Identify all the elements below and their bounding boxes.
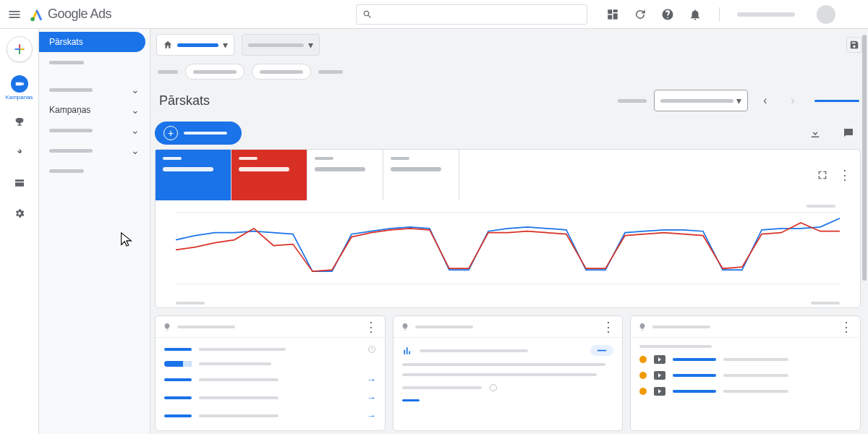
save-icon: [849, 40, 859, 50]
download-icon[interactable]: [809, 127, 822, 140]
metric-tab-1[interactable]: [156, 150, 231, 200]
megaphone-icon: [14, 79, 25, 89]
filter-row: ▾ ▾: [150, 29, 868, 61]
metric-tab-4[interactable]: [383, 150, 459, 200]
y-axis-label: [807, 205, 835, 208]
chevron-down-icon: ⌄: [131, 145, 140, 156]
compare-label: [618, 99, 647, 103]
notifications-icon[interactable]: [689, 8, 702, 21]
prev-period-button[interactable]: ‹: [755, 90, 775, 111]
top-bar: Google Ads: [0, 0, 868, 29]
top-icon-group: [606, 5, 838, 24]
card-icon: [14, 177, 25, 189]
help-icon[interactable]: ?: [367, 345, 376, 354]
assets-tile: ⋮: [630, 315, 861, 431]
gear-icon: [14, 208, 25, 219]
caret-down-icon: ▾: [223, 39, 228, 51]
scope-dropdown[interactable]: ▾: [242, 34, 320, 56]
bulb-icon: [163, 323, 171, 331]
avatar[interactable]: [817, 5, 835, 24]
search-input[interactable]: [356, 4, 587, 25]
next-period-button[interactable]: ›: [783, 90, 803, 111]
x-axis-labels: [176, 302, 840, 305]
asset-row[interactable]: [639, 371, 851, 380]
rail-item-tools[interactable]: [11, 144, 28, 161]
status-badge: ━━: [590, 345, 613, 356]
chip-row: [150, 61, 868, 82]
bulb-icon: [638, 323, 647, 331]
account-dropdown[interactable]: ▾: [156, 34, 234, 56]
asset-row[interactable]: [639, 387, 851, 396]
nav-item-overview[interactable]: Pārskats: [39, 32, 145, 52]
app-logo[interactable]: Google Ads: [29, 7, 111, 22]
card-menu-icon[interactable]: ⋮: [365, 319, 378, 335]
nav-item-campaigns[interactable]: Kampaņas⌄: [39, 100, 150, 120]
plus-icon: +: [163, 126, 178, 140]
video-icon: [654, 355, 665, 364]
expand-chart-icon[interactable]: [817, 169, 828, 181]
action-row: +: [150, 119, 868, 148]
chip-label: [318, 70, 343, 74]
search-field[interactable]: [377, 9, 581, 20]
bar-chart-icon: [402, 346, 412, 356]
image-icon: [654, 387, 665, 396]
nav-item[interactable]: [39, 161, 150, 181]
list-item[interactable]: →: [164, 410, 376, 421]
scrollbar[interactable]: [862, 35, 867, 281]
svg-point-0: [30, 17, 35, 20]
line-chart: [176, 205, 840, 300]
trophy-icon: [14, 116, 25, 128]
help-icon[interactable]: [489, 383, 498, 392]
left-rail: Kampaņas: [0, 29, 39, 434]
performance-chart-card: ⋮: [155, 149, 861, 308]
create-button[interactable]: [7, 36, 33, 62]
caret-down-icon: ▾: [308, 39, 313, 51]
fab-label: [184, 132, 227, 135]
list-item[interactable]: [164, 361, 376, 367]
card-menu-icon[interactable]: ⋮: [840, 319, 853, 335]
rail-item-admin[interactable]: [11, 205, 28, 222]
metric-tab-2[interactable]: [231, 150, 307, 200]
asset-row[interactable]: [639, 355, 851, 364]
bulb-icon: [401, 323, 409, 331]
card-menu-icon[interactable]: ⋮: [602, 319, 615, 335]
card-menu-icon[interactable]: ⋮: [838, 167, 851, 183]
list-item[interactable]: ?: [164, 345, 376, 354]
refresh-icon[interactable]: [634, 8, 647, 21]
account-name-placeholder: [737, 12, 795, 17]
nav-item-expandable[interactable]: ⌄: [39, 140, 150, 161]
cursor-icon: [119, 231, 135, 247]
filter-chip[interactable]: [185, 64, 244, 80]
svg-text:?: ?: [370, 347, 373, 352]
chevron-down-icon: ⌄: [131, 124, 140, 136]
nav-item-expandable[interactable]: ⌄: [39, 120, 150, 140]
help-icon[interactable]: [661, 8, 674, 21]
divider: [719, 7, 720, 22]
menu-icon[interactable]: [6, 6, 23, 23]
date-range-dropdown[interactable]: ▾: [654, 90, 748, 111]
chevron-down-icon: ⌄: [131, 84, 140, 95]
nav-item[interactable]: [39, 52, 150, 72]
metric-tabs: ⋮: [156, 150, 860, 200]
status-dot: [639, 356, 647, 363]
home-icon: [163, 40, 173, 50]
list-item[interactable]: →: [164, 392, 376, 403]
metric-tab-3[interactable]: [307, 150, 383, 200]
title-row: Pārskats ▾ ‹ ›: [150, 82, 868, 119]
reports-icon[interactable]: [606, 8, 619, 21]
new-campaign-button[interactable]: +: [155, 122, 242, 145]
insight-row: ━━: [402, 345, 614, 356]
status-dot: [639, 388, 647, 395]
arrow-right-icon: →: [367, 374, 376, 385]
save-view-button[interactable]: [846, 37, 862, 53]
feedback-icon[interactable]: [842, 127, 855, 140]
video-icon: [654, 371, 665, 380]
list-item[interactable]: →: [164, 374, 376, 385]
nav-item-expandable[interactable]: ⌄: [39, 80, 150, 100]
rail-item-campaigns[interactable]: Kampaņas: [5, 75, 33, 101]
plus-icon: [12, 41, 27, 57]
filter-chip[interactable]: [252, 64, 311, 80]
rail-item-billing[interactable]: [11, 174, 28, 192]
rail-item-goals[interactable]: [11, 114, 28, 131]
svg-point-5: [490, 385, 496, 391]
